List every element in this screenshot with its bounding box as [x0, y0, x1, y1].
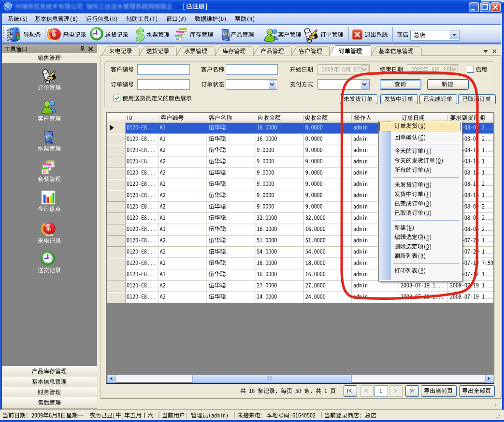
- svg-text:$: $: [135, 27, 144, 42]
